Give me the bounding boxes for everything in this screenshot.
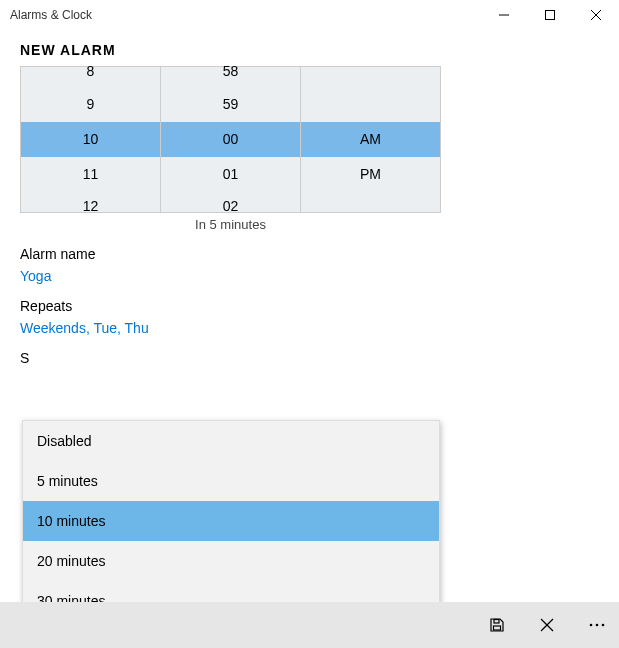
ampm-option-selected[interactable]: AM (301, 122, 440, 157)
maximize-button[interactable] (527, 0, 573, 30)
hour-option[interactable]: 8 (21, 67, 160, 87)
hour-option-selected[interactable]: 10 (21, 122, 160, 157)
snooze-option[interactable]: 5 minutes (23, 461, 439, 501)
more-button[interactable] (585, 613, 609, 637)
save-button[interactable] (485, 613, 509, 637)
ampm-option (301, 67, 440, 87)
titlebar: Alarms & Clock (0, 0, 619, 30)
time-picker[interactable]: 8 9 10 11 12 58 59 00 01 02 AM PM (20, 66, 441, 213)
command-bar (0, 602, 619, 648)
minimize-icon (499, 10, 509, 20)
close-icon (540, 618, 554, 632)
snooze-option[interactable]: Disabled (23, 421, 439, 461)
minute-option-selected[interactable]: 00 (161, 122, 300, 157)
alarm-name-label: Alarm name (20, 246, 599, 262)
hour-option[interactable]: 9 (21, 87, 160, 122)
minimize-button[interactable] (481, 0, 527, 30)
content-area: NEW ALARM 8 9 10 11 12 58 59 00 01 02 AM… (0, 42, 619, 364)
page-heading: NEW ALARM (20, 42, 599, 58)
close-icon (591, 10, 601, 20)
ampm-option (301, 192, 440, 212)
minute-column[interactable]: 58 59 00 01 02 (161, 67, 301, 212)
repeats-label: Repeats (20, 298, 599, 314)
svg-point-9 (596, 624, 599, 627)
cancel-button[interactable] (535, 613, 559, 637)
window-controls (481, 0, 619, 30)
hour-option[interactable]: 11 (21, 157, 160, 192)
minute-option[interactable]: 02 (161, 192, 300, 212)
ampm-option (301, 87, 440, 122)
hour-option[interactable]: 12 (21, 192, 160, 212)
svg-point-8 (590, 624, 593, 627)
hour-column[interactable]: 8 9 10 11 12 (21, 67, 161, 212)
minute-option[interactable]: 58 (161, 67, 300, 87)
minute-option[interactable]: 59 (161, 87, 300, 122)
repeats-input[interactable]: Weekends, Tue, Thu (20, 320, 599, 336)
svg-rect-5 (494, 620, 499, 624)
window-title: Alarms & Clock (10, 8, 92, 22)
snooze-option[interactable]: 10 minutes (23, 501, 439, 541)
truncated-section-label: S (20, 350, 599, 364)
svg-point-10 (602, 624, 605, 627)
save-icon (489, 617, 505, 633)
minute-option[interactable]: 01 (161, 157, 300, 192)
close-window-button[interactable] (573, 0, 619, 30)
ampm-column[interactable]: AM PM (301, 67, 440, 212)
more-icon (589, 623, 605, 627)
ampm-option[interactable]: PM (301, 157, 440, 192)
time-caption: In 5 minutes (20, 217, 441, 232)
snooze-option[interactable]: 20 minutes (23, 541, 439, 581)
alarm-name-input[interactable]: Yoga (20, 268, 599, 284)
maximize-icon (545, 10, 555, 20)
svg-rect-4 (494, 626, 501, 630)
svg-rect-1 (546, 11, 555, 20)
